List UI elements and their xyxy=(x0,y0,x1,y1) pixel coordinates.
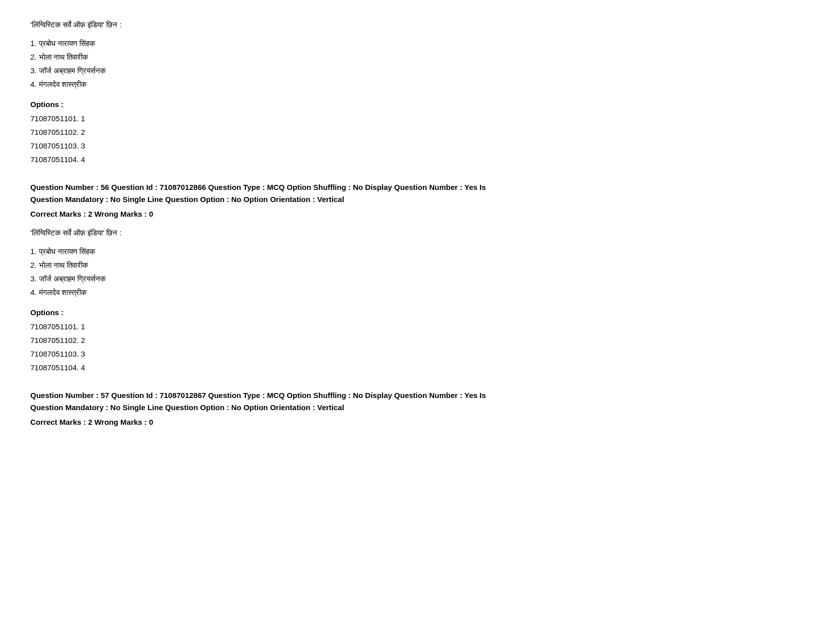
question-block-top: 'लिंग्विस्टिक सर्वे ऑफ़ इंडिया' छिन : 1.… xyxy=(30,20,804,166)
list-item: 3. जॉर्ज अब्राहम ग्रियर्सनक xyxy=(30,272,804,285)
list-item: 71087051102. 2 xyxy=(30,125,804,139)
list-item: 71087051101. 1 xyxy=(30,320,804,333)
list-item: 3. जॉर्ज अब्राहम ग्रियर्सनक xyxy=(30,64,804,77)
question-block-56: Question Number : 56 Question Id : 71087… xyxy=(30,181,804,374)
option-list-56: 1. प्रबोध नारायण सिंहक2. भोला नाथ तिवारी… xyxy=(30,244,804,299)
options-label-56: Options : xyxy=(30,308,804,317)
question-meta-56: Question Number : 56 Question Id : 71087… xyxy=(30,181,804,206)
correct-marks-56: Correct Marks : 2 Wrong Marks : 0 xyxy=(30,210,804,218)
list-item: 2. भोला नाथ तिवारीक xyxy=(30,258,804,272)
question-meta-57: Question Number : 57 Question Id : 71087… xyxy=(30,389,804,414)
list-item: 4. मंगलदेव शास्त्रीक xyxy=(30,285,804,299)
options-label-top: Options : xyxy=(30,100,804,109)
meta-line1-56: Question Number : 56 Question Id : 71087… xyxy=(30,183,486,191)
meta-line2-57: Question Mandatory : No Single Line Ques… xyxy=(30,403,344,412)
options-values-56: 71087051101. 171087051102. 271087051103.… xyxy=(30,320,804,374)
list-item: 71087051103. 3 xyxy=(30,139,804,153)
list-item: 71087051104. 4 xyxy=(30,361,804,374)
list-item: 71087051104. 4 xyxy=(30,153,804,166)
correct-marks-57: Correct Marks : 2 Wrong Marks : 0 xyxy=(30,418,804,426)
option-list-top: 1. प्रबोध नारायण सिंहक2. भोला नाथ तिवारी… xyxy=(30,36,804,91)
list-item: 71087051102. 2 xyxy=(30,333,804,347)
list-item: 1. प्रबोध नारायण सिंहक xyxy=(30,36,804,50)
question-text-56: 'लिंग्विस्टिक सर्वे ऑफ़ इंडिया' छिन : xyxy=(30,228,804,237)
question-text-top: 'लिंग्विस्टिक सर्वे ऑफ़ इंडिया' छिन : xyxy=(30,20,804,29)
list-item: 71087051101. 1 xyxy=(30,112,804,125)
list-item: 2. भोला नाथ तिवारीक xyxy=(30,50,804,64)
meta-line1-57: Question Number : 57 Question Id : 71087… xyxy=(30,391,486,400)
list-item: 71087051103. 3 xyxy=(30,347,804,361)
list-item: 1. प्रबोध नारायण सिंहक xyxy=(30,244,804,258)
question-block-57: Question Number : 57 Question Id : 71087… xyxy=(30,389,804,426)
meta-line2-56: Question Mandatory : No Single Line Ques… xyxy=(30,195,344,204)
list-item: 4. मंगलदेव शास्त्रीक xyxy=(30,77,804,91)
options-values-top: 71087051101. 171087051102. 271087051103.… xyxy=(30,112,804,166)
